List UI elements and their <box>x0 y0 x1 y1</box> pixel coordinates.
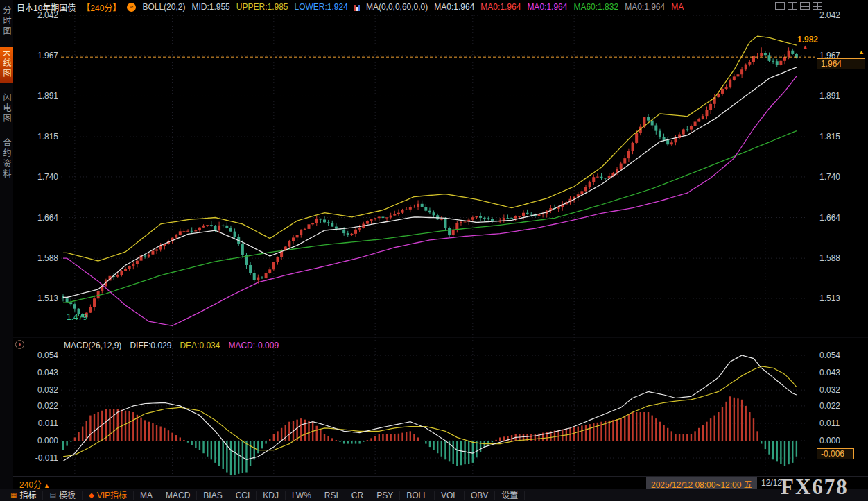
macd-axis-right-label: 0.054 <box>819 350 840 360</box>
price-axis-left-label: 1.664 <box>26 213 58 223</box>
sidebar-tab-contract-info[interactable]: 合约资料 <box>0 135 13 183</box>
toolbar-indicator-PSY[interactable]: PSY <box>370 491 400 500</box>
price-axis-left-label: 1.513 <box>26 294 58 303</box>
toolbar-indicators-label: 指标 <box>19 491 36 500</box>
ma-group-label: MA(0,0,0,60,0,0) <box>366 2 428 12</box>
price-axis-left-label: 1.891 <box>26 91 58 101</box>
last-date-label: 12/12 <box>761 478 782 488</box>
toolbar-indicator-MACD[interactable]: MACD <box>159 491 197 500</box>
ma-legend-value: MA0:1.964 <box>480 2 521 12</box>
price-axis-right-label: 1.513 <box>819 294 840 303</box>
left-sidebar: 分时图K线图闪电图合约资料 <box>0 0 13 501</box>
sidebar-tab-time-chart[interactable]: 分时图 <box>0 2 13 40</box>
chart-header: 日本10年期国债 【240分】 ≈ BOLL(20,2) MID:1.955 U… <box>17 1 684 12</box>
layout-quad-icon[interactable] <box>813 2 822 10</box>
macd-axis-left-label: 0.022 <box>26 401 58 411</box>
toolbar-indicator-BIAS[interactable]: BIAS <box>197 491 229 500</box>
period-low-label: 1.479 <box>67 312 87 322</box>
current-macd-tag: -0.006 <box>817 448 854 459</box>
boll-mid-value: MID:1.955 <box>191 2 229 12</box>
toolbar-vip-indicators-label: VIP指标 <box>97 491 127 500</box>
toolbar-settings[interactable]: 设置 <box>495 491 525 500</box>
indicator-settings-icon[interactable] <box>354 3 360 11</box>
toolbar-indicators[interactable]: ▦指标 <box>4 491 43 500</box>
macd-axis-left-label: 0.054 <box>26 350 58 360</box>
toolbar-indicator-KDJ[interactable]: KDJ <box>257 491 286 500</box>
period-high-label: 1.982 <box>797 35 818 44</box>
boll-upper-value: UPPER:1.985 <box>236 2 288 12</box>
toolbar-indicator-OBV[interactable]: OBV <box>465 491 495 500</box>
macd-panel-cycle-icon[interactable] <box>15 340 24 349</box>
ma-legend-value: MA60:1.832 <box>573 2 618 12</box>
trading-app-window: 日本10年期国债 【240分】 ≈ BOLL(20,2) MID:1.955 U… <box>0 0 868 501</box>
macd-axis-left-label: 0.000 <box>26 436 58 445</box>
toolbar-indicator-LW%[interactable]: LW% <box>286 491 318 500</box>
price-axis-right-label: 1.891 <box>819 91 840 101</box>
templates-icon: ▤ <box>49 491 55 500</box>
toolbar-indicator-RSI[interactable]: RSI <box>318 491 345 500</box>
macd-hist-value: MACD:-0.009 <box>228 341 279 350</box>
macd-axis-left-label: 0.043 <box>26 368 58 377</box>
layout-vertical-split-icon[interactable] <box>788 2 797 10</box>
ma-legend-value: MA0:1.964 <box>434 2 474 12</box>
toolbar-templates[interactable]: ▤模板 <box>43 491 82 500</box>
macd-legend: MACD(26,12,9) DIFF:0.029 DEA:0.034 MACD:… <box>64 341 279 350</box>
macd-axis-right-label: 0.043 <box>819 368 840 377</box>
toolbar-indicator-BOLL[interactable]: BOLL <box>400 491 435 500</box>
instrument-title: 日本10年期国债 <box>17 1 76 13</box>
layout-single-icon[interactable] <box>775 2 785 10</box>
vip-indicators-icon: ◆ <box>89 491 94 500</box>
price-axis-right-label: 1.740 <box>819 172 840 182</box>
sidebar-tab-flash-chart[interactable]: 闪电图 <box>0 90 13 128</box>
macd-axis-right-label: 0.022 <box>819 401 840 411</box>
price-axis-left-label: 1.740 <box>26 172 58 182</box>
toolbar-indicator-CR[interactable]: CR <box>345 491 370 500</box>
toolbar-vip-indicators[interactable]: ◆VIP指标 <box>83 491 134 500</box>
price-axis-left-label: 1.815 <box>26 132 58 142</box>
macd-axis-right-label: 0.000 <box>819 436 840 445</box>
price-up-arrow-icon: ▲ <box>858 49 865 56</box>
price-axis-left-label: 1.588 <box>26 253 58 263</box>
toolbar-indicator-MA[interactable]: MA <box>134 491 159 500</box>
price-axis-right-label: 1.967 <box>819 51 840 60</box>
alert-wave-icon[interactable]: ≈ <box>127 3 136 12</box>
sidebar-tab-kline-chart[interactable]: K线图 <box>0 47 13 83</box>
boll-params-label: BOLL(20,2) <box>142 2 185 12</box>
ma-legend-value: MA0:1.964 <box>625 2 665 12</box>
macd-axis-left-label: 0.032 <box>26 385 58 395</box>
macd-axis-right-label: 0.032 <box>819 385 840 395</box>
macd-dea-value: DEA:0.034 <box>180 341 220 350</box>
toolbar-indicator-CCI[interactable]: CCI <box>229 491 257 500</box>
timeframe-label[interactable]: 【240分】 <box>82 1 121 13</box>
macd-params-label: MACD(26,12,9) <box>64 341 121 350</box>
price-axis-right-label: 1.664 <box>819 213 840 223</box>
ma-legend-value: MA0:1.964 <box>527 2 567 12</box>
toolbar-templates-label: 模板 <box>59 491 76 500</box>
high-marker-icon: ▴ <box>804 43 807 50</box>
bottom-toolbar: ▦指标▤模板◆VIP指标MAMACDBIASCCIKDJLW%RSICRPSYB… <box>0 489 868 501</box>
price-axis-right-label: 1.815 <box>819 132 840 142</box>
candlestick-chart[interactable] <box>0 0 868 501</box>
toolbar-indicator-VOL[interactable]: VOL <box>435 491 465 500</box>
macd-diff-value: DIFF:0.029 <box>130 341 171 350</box>
macd-axis-right-label: 0.011 <box>819 418 840 428</box>
ma-legend-value: MA <box>671 2 684 12</box>
price-axis-right-label: 2.042 <box>819 10 840 20</box>
time-axis: 240分▲ 2025/12/12 08:00~12:00 五 12/12 <box>0 476 868 489</box>
macd-axis-left-label: 0.011 <box>26 418 58 428</box>
boll-lower-value: LOWER:1.924 <box>295 2 348 12</box>
layout-horizontal-split-icon[interactable] <box>800 2 810 10</box>
indicators-icon: ▦ <box>10 491 17 500</box>
macd-axis-left-label: -0.011 <box>26 453 58 463</box>
price-axis-left-label: 1.967 <box>26 51 58 60</box>
price-axis-right-label: 1.588 <box>819 253 840 263</box>
ma-legend-values: MA0:1.964MA0:1.964MA0:1.964MA60:1.832MA0… <box>434 2 684 12</box>
window-layout-icons <box>775 2 822 10</box>
